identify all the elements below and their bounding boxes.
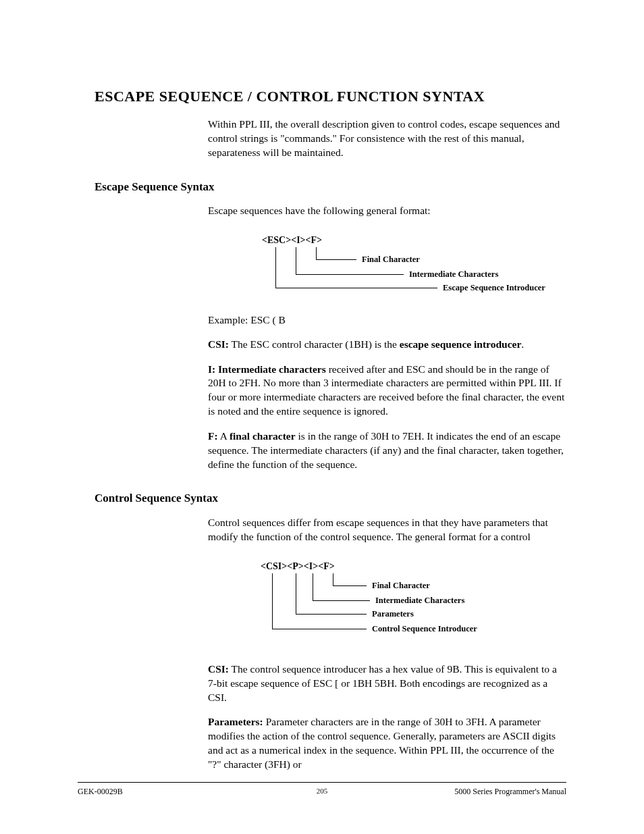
- csi-label: CSI:: [208, 338, 229, 350]
- footer-page-number: 205: [317, 787, 328, 795]
- section2-title: Control Sequence Syntax: [95, 492, 566, 505]
- params-label: Parameters:: [208, 716, 263, 727]
- diagram2-final-label: Final Character: [372, 581, 430, 591]
- csi-paragraph-2: CSI: The control sequence introducer has…: [208, 662, 566, 705]
- diagram2-intermediate-label: Intermediate Characters: [375, 596, 464, 606]
- csi2-label: CSI:: [208, 663, 229, 675]
- intermediate-paragraph: I: Intermediate characters received afte…: [208, 363, 566, 419]
- f-label: F:: [208, 430, 218, 442]
- diagram2-sequence: <CSI><P><I><F>: [261, 561, 335, 572]
- final-paragraph: F: A final character is in the range of …: [208, 429, 566, 472]
- intro-paragraph: Within PPL III, the overall description …: [208, 118, 566, 160]
- section2-lead: Control sequences differ from escape seq…: [208, 516, 566, 544]
- example-text: Example: ESC ( B: [208, 313, 566, 328]
- control-syntax-diagram: <CSI><P><I><F> Final Character Intermedi…: [208, 561, 566, 646]
- csi-bold: escape sequence introducer: [400, 338, 522, 350]
- csi-paragraph-1: CSI: The ESC control character (1BH) is …: [208, 338, 566, 352]
- f-text1: A: [218, 430, 230, 442]
- parameters-paragraph: Parameters: Parameter characters are in …: [208, 715, 566, 772]
- diagram2-introducer-label: Control Sequence Introducer: [372, 624, 477, 634]
- section1-title: Escape Sequence Syntax: [95, 180, 566, 194]
- csi-text2: .: [521, 338, 524, 350]
- escape-syntax-diagram: <ESC><I><F> Final Character Intermediate…: [208, 235, 566, 303]
- footer-left: GEK-00029B: [78, 787, 123, 797]
- i-label: I: Intermediate characters: [208, 363, 326, 375]
- section1-lead: Escape sequences have the following gene…: [208, 204, 566, 218]
- main-heading: ESCAPE SEQUENCE / CONTROL FUNCTION SYNTA…: [95, 88, 566, 105]
- csi-text1: The ESC control character (1BH) is the: [229, 338, 400, 350]
- page-footer: GEK-00029B 205 5000 Series Programmer's …: [78, 782, 566, 797]
- diagram1-introducer-label: Escape Sequence Introducer: [443, 283, 545, 293]
- footer-right: 5000 Series Programmer's Manual: [454, 787, 566, 797]
- diagram1-intermediate-label: Intermediate Characters: [409, 269, 498, 280]
- diagram1-sequence: <ESC><I><F>: [262, 235, 322, 246]
- diagram1-final-label: Final Character: [362, 255, 420, 265]
- csi2-text: The control sequence introducer has a he…: [208, 663, 557, 703]
- f-bold: final character: [230, 430, 296, 442]
- diagram2-parameters-label: Parameters: [372, 609, 414, 619]
